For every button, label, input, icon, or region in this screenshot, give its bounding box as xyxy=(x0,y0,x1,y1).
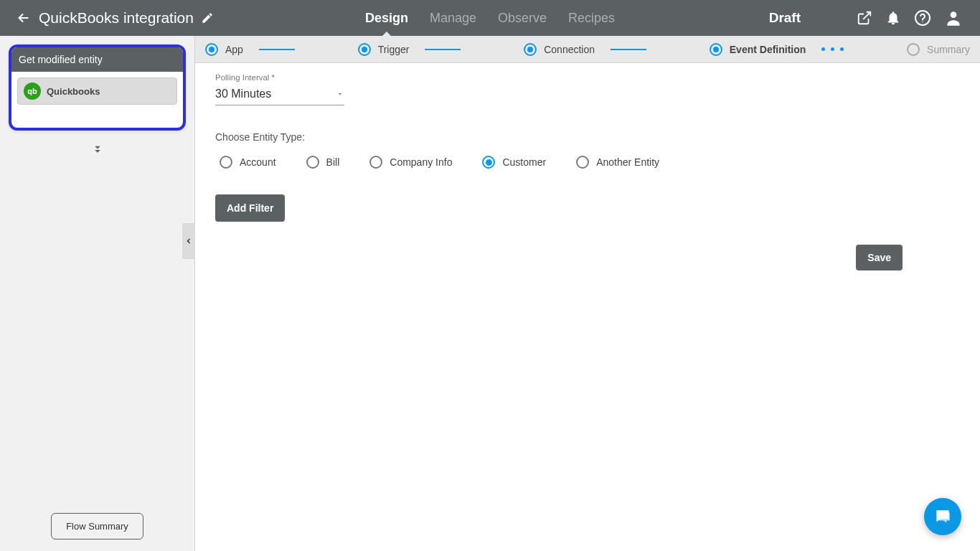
quickbooks-icon: qb xyxy=(24,83,41,100)
radio-empty-icon xyxy=(369,156,382,169)
step-label: Trigger xyxy=(378,44,410,55)
radio-filled-icon xyxy=(205,43,218,56)
radio-label: Account xyxy=(240,156,276,168)
polling-interval-select[interactable]: 30 Minutes xyxy=(215,85,344,105)
step-event-definition[interactable]: Event Definition xyxy=(710,43,806,56)
step-label: Connection xyxy=(544,44,595,55)
entity-type-label: Choose Entity Type: xyxy=(215,131,960,143)
radio-company-info[interactable]: Company Info xyxy=(369,156,452,169)
radio-label: Bill xyxy=(326,156,340,168)
tab-manage[interactable]: Manage xyxy=(430,0,476,36)
top-bar-right: Draft xyxy=(769,9,980,27)
polling-interval-value: 30 Minutes xyxy=(215,88,271,100)
bell-icon[interactable] xyxy=(885,10,901,26)
page-title: QuickBooks integration xyxy=(39,9,194,27)
radio-empty-icon xyxy=(907,43,920,56)
save-button[interactable]: Save xyxy=(856,245,903,270)
radio-label: Another Entity xyxy=(596,156,659,168)
status-label: Draft xyxy=(769,10,801,26)
save-row: Save xyxy=(215,245,960,270)
svg-point-0 xyxy=(915,11,930,25)
chevron-down-icon xyxy=(336,90,344,98)
help-icon[interactable] xyxy=(914,9,931,27)
add-filter-button[interactable]: Add Filter xyxy=(215,194,285,222)
radio-filled-icon xyxy=(358,43,371,56)
svg-point-2 xyxy=(951,11,957,18)
radio-filled-icon xyxy=(710,43,722,56)
sidebar-spacer xyxy=(9,159,186,503)
step-app[interactable]: App xyxy=(205,43,243,56)
step-card-title: Get modified entity xyxy=(11,47,183,72)
radio-filled-icon xyxy=(524,43,537,56)
step-connection[interactable]: Connection xyxy=(524,43,595,56)
radio-label: Company Info xyxy=(390,156,452,168)
radio-another-entity[interactable]: Another Entity xyxy=(576,156,659,169)
top-tabs: Design Manage Observe Recipes xyxy=(365,0,615,36)
collapse-sidebar-button[interactable] xyxy=(182,223,195,259)
body-area: Get modified entity qb Quickbooks Flow S… xyxy=(0,36,980,551)
edit-icon[interactable] xyxy=(201,11,214,24)
stepper: App Trigger Connection Event Definition xyxy=(195,36,980,63)
open-external-icon[interactable] xyxy=(857,10,872,26)
radio-customer[interactable]: Customer xyxy=(482,156,546,169)
radio-empty-icon xyxy=(576,156,589,169)
back-arrow-icon[interactable] xyxy=(16,10,32,26)
sidebar: Get modified entity qb Quickbooks Flow S… xyxy=(0,36,195,551)
svg-point-1 xyxy=(922,22,923,22)
form-area: Polling Interval * 30 Minutes Choose Ent… xyxy=(195,63,980,551)
entity-type-radios: Account Bill Company Info Customer Anoth… xyxy=(220,156,960,169)
tab-recipes[interactable]: Recipes xyxy=(568,0,615,36)
flow-summary-button[interactable]: Flow Summary xyxy=(51,513,143,540)
chat-fab-button[interactable] xyxy=(924,498,961,535)
flow-summary-wrap: Flow Summary xyxy=(0,503,194,551)
step-summary: Summary xyxy=(907,43,970,56)
main-content: App Trigger Connection Event Definition xyxy=(195,36,980,551)
expand-down-icon[interactable] xyxy=(9,143,186,159)
radio-empty-icon xyxy=(306,156,319,169)
step-trigger[interactable]: Trigger xyxy=(358,43,410,56)
step-item-label: Quickbooks xyxy=(47,86,100,97)
tab-observe[interactable]: Observe xyxy=(498,0,547,36)
sidebar-scroll[interactable]: Get modified entity qb Quickbooks xyxy=(0,36,194,503)
step-dots-icon xyxy=(821,47,844,51)
user-icon[interactable] xyxy=(944,9,963,27)
radio-empty-icon xyxy=(220,156,232,169)
tab-design[interactable]: Design xyxy=(365,0,408,36)
radio-label: Customer xyxy=(502,156,546,168)
radio-bill[interactable]: Bill xyxy=(306,156,340,169)
top-bar-left: QuickBooks integration xyxy=(0,9,214,27)
polling-interval-label: Polling Interval * xyxy=(215,73,960,82)
step-item-quickbooks[interactable]: qb Quickbooks xyxy=(17,77,177,105)
step-label: Event Definition xyxy=(730,44,806,55)
chat-icon xyxy=(933,507,952,526)
step-separator xyxy=(259,49,295,50)
step-label: Summary xyxy=(927,44,970,55)
step-card-body: qb Quickbooks xyxy=(11,72,183,116)
step-label: App xyxy=(225,44,243,55)
step-card[interactable]: Get modified entity qb Quickbooks xyxy=(9,44,186,131)
step-separator xyxy=(425,49,461,50)
radio-account[interactable]: Account xyxy=(220,156,276,169)
top-bar: QuickBooks integration Design Manage Obs… xyxy=(0,0,980,36)
radio-checked-icon xyxy=(482,156,495,169)
step-separator xyxy=(611,49,646,50)
